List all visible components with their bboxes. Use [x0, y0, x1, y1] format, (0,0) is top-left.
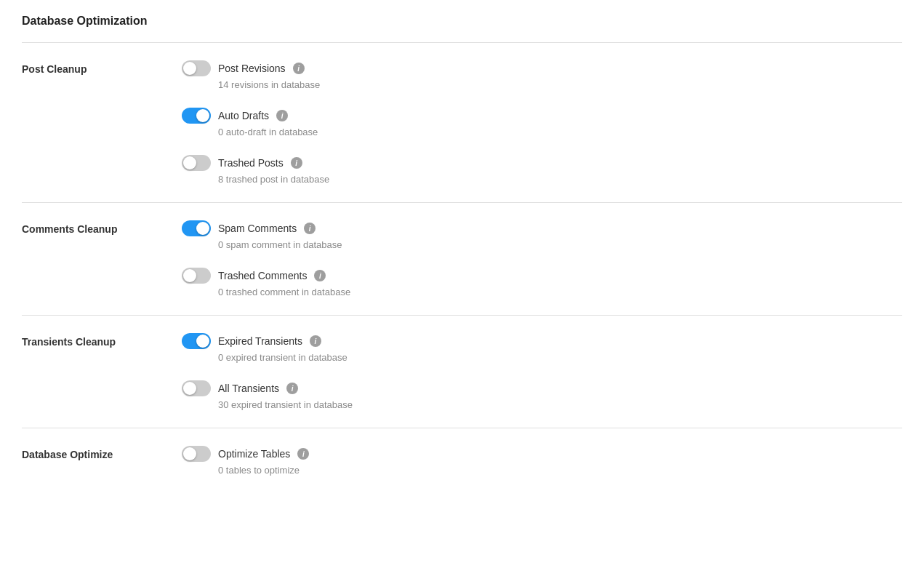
toggle-thumb-optimize-tables — [183, 447, 196, 460]
option-name-trashed-comments: Trashed Comments — [218, 270, 307, 281]
toggle-spam-comments[interactable] — [182, 220, 211, 236]
option-name-optimize-tables: Optimize Tables — [218, 448, 290, 460]
info-icon-spam-comments[interactable]: i — [304, 223, 316, 234]
section-label-post-cleanup: Post Cleanup — [22, 60, 182, 185]
option-row-all-transients: All Transientsi30 expired transient in d… — [182, 380, 902, 410]
option-row-trashed-comments: Trashed Commentsi0 trashed comment in da… — [182, 268, 902, 297]
info-icon-optimize-tables[interactable]: i — [297, 448, 309, 460]
option-row-trashed-posts: Trashed Postsi8 trashed post in database — [182, 155, 902, 185]
section-post-cleanup: Post CleanupPost Revisionsi14 revisions … — [22, 43, 902, 202]
section-database-optimize: Database OptimizeOptimize Tablesi0 table… — [22, 428, 902, 493]
toggle-auto-drafts[interactable] — [182, 108, 211, 124]
option-header-optimize-tables: Optimize Tablesi — [182, 446, 902, 462]
option-name-trashed-posts: Trashed Posts — [218, 157, 284, 169]
option-row-expired-transients: Expired Transientsi0 expired transient i… — [182, 333, 902, 363]
toggle-track-trashed-comments — [182, 268, 211, 284]
option-name-all-transients: All Transients — [218, 383, 279, 394]
info-icon-all-transients[interactable]: i — [286, 383, 298, 394]
option-row-post-revisions: Post Revisionsi14 revisions in database — [182, 60, 902, 90]
toggle-thumb-expired-transients — [196, 335, 209, 348]
toggle-thumb-all-transients — [183, 382, 196, 395]
info-icon-trashed-comments[interactable]: i — [314, 270, 326, 281]
toggle-thumb-trashed-comments — [183, 269, 196, 282]
option-row-optimize-tables: Optimize Tablesi0 tables to optimize — [182, 446, 902, 476]
option-header-trashed-posts: Trashed Postsi — [182, 155, 902, 171]
option-header-trashed-comments: Trashed Commentsi — [182, 268, 902, 284]
option-description-post-revisions: 14 revisions in database — [218, 79, 902, 90]
option-header-auto-drafts: Auto Draftsi — [182, 108, 902, 124]
option-header-post-revisions: Post Revisionsi — [182, 60, 902, 76]
option-description-optimize-tables: 0 tables to optimize — [218, 465, 902, 476]
toggle-post-revisions[interactable] — [182, 60, 211, 76]
toggle-trashed-comments[interactable] — [182, 268, 211, 284]
option-description-all-transients: 30 expired transient in database — [218, 399, 902, 410]
option-description-expired-transients: 0 expired transient in database — [218, 352, 902, 363]
option-row-auto-drafts: Auto Draftsi0 auto-draft in database — [182, 108, 902, 137]
section-transients-cleanup: Transients CleanupExpired Transientsi0 e… — [22, 316, 902, 428]
section-content-database-optimize: Optimize Tablesi0 tables to optimize — [182, 446, 902, 476]
toggle-thumb-spam-comments — [196, 222, 209, 235]
toggle-optimize-tables[interactable] — [182, 446, 211, 462]
toggle-track-auto-drafts — [182, 108, 211, 124]
toggle-track-trashed-posts — [182, 155, 211, 171]
section-content-comments-cleanup: Spam Commentsi0 spam comment in database… — [182, 220, 902, 297]
toggle-track-spam-comments — [182, 220, 211, 236]
info-icon-post-revisions[interactable]: i — [293, 63, 305, 74]
section-content-transients-cleanup: Expired Transientsi0 expired transient i… — [182, 333, 902, 410]
page-container: Database Optimization Post CleanupPost R… — [0, 0, 924, 508]
option-description-trashed-comments: 0 trashed comment in database — [218, 287, 902, 297]
option-header-all-transients: All Transientsi — [182, 380, 902, 396]
section-label-database-optimize: Database Optimize — [22, 446, 182, 476]
section-comments-cleanup: Comments CleanupSpam Commentsi0 spam com… — [22, 203, 902, 315]
toggle-all-transients[interactable] — [182, 380, 211, 396]
toggle-track-optimize-tables — [182, 446, 211, 462]
toggle-trashed-posts[interactable] — [182, 155, 211, 171]
option-name-expired-transients: Expired Transients — [218, 335, 302, 347]
info-icon-auto-drafts[interactable]: i — [276, 110, 288, 121]
section-label-transients-cleanup: Transients Cleanup — [22, 333, 182, 410]
toggle-track-all-transients — [182, 380, 211, 396]
toggle-track-post-revisions — [182, 60, 211, 76]
section-label-comments-cleanup: Comments Cleanup — [22, 220, 182, 297]
info-icon-expired-transients[interactable]: i — [310, 335, 321, 347]
section-content-post-cleanup: Post Revisionsi14 revisions in databaseA… — [182, 60, 902, 185]
toggle-expired-transients[interactable] — [182, 333, 211, 349]
option-description-spam-comments: 0 spam comment in database — [218, 239, 902, 250]
option-row-spam-comments: Spam Commentsi0 spam comment in database — [182, 220, 902, 250]
toggle-thumb-trashed-posts — [183, 156, 196, 169]
info-icon-trashed-posts[interactable]: i — [291, 157, 302, 169]
option-header-expired-transients: Expired Transientsi — [182, 333, 902, 349]
toggle-thumb-post-revisions — [183, 62, 196, 75]
option-name-spam-comments: Spam Comments — [218, 223, 297, 234]
option-description-auto-drafts: 0 auto-draft in database — [218, 127, 902, 137]
option-header-spam-comments: Spam Commentsi — [182, 220, 902, 236]
option-name-post-revisions: Post Revisions — [218, 63, 286, 74]
toggle-track-expired-transients — [182, 333, 211, 349]
sections-container: Post CleanupPost Revisionsi14 revisions … — [22, 43, 902, 493]
toggle-thumb-auto-drafts — [196, 109, 209, 122]
page-title: Database Optimization — [22, 15, 902, 28]
option-description-trashed-posts: 8 trashed post in database — [218, 174, 902, 185]
option-name-auto-drafts: Auto Drafts — [218, 110, 269, 121]
